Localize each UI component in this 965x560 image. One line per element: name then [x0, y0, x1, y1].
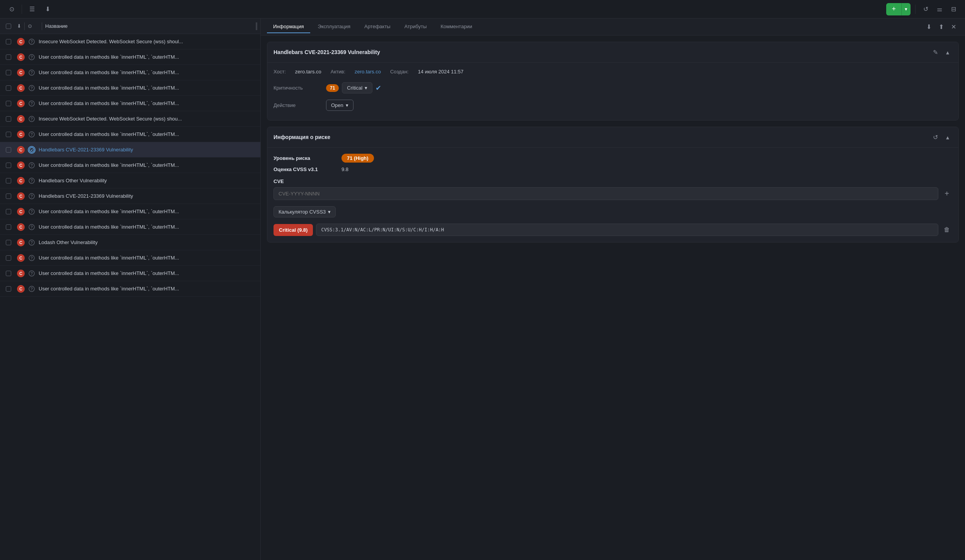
- row-checkbox-box[interactable]: [6, 224, 11, 230]
- filter-view-button[interactable]: ☰: [27, 4, 37, 15]
- edit-button[interactable]: ✎: [931, 48, 940, 57]
- svg-text:?: ?: [31, 241, 33, 245]
- sort-up-tab-btn[interactable]: ⬆: [936, 22, 946, 32]
- table-row[interactable]: C?User controlled data in methods like `…: [0, 250, 260, 266]
- tab-artifacts[interactable]: Артефакты: [358, 20, 397, 33]
- row-name-label: Insecure WebSocket Detected. WebSocket S…: [39, 116, 257, 122]
- row-name-label: User controlled data in methods like `in…: [39, 70, 257, 75]
- row-checkbox[interactable]: [3, 70, 14, 75]
- row-checkbox-box[interactable]: [6, 178, 11, 183]
- risk-level-badge: 71 (High): [341, 154, 374, 163]
- row-checkbox[interactable]: [3, 271, 14, 276]
- row-checkbox-box[interactable]: [6, 240, 11, 245]
- row-checkbox[interactable]: [3, 240, 14, 245]
- row-checkbox-box[interactable]: [6, 271, 11, 276]
- criticality-dropdown[interactable]: Critical ▾: [342, 82, 372, 93]
- row-checkbox[interactable]: [3, 39, 14, 44]
- row-type-icon: ?: [28, 162, 36, 168]
- row-checkbox-box[interactable]: [6, 286, 11, 292]
- action-dropdown[interactable]: Open ▾: [326, 100, 353, 111]
- row-checkbox[interactable]: [3, 193, 14, 199]
- table-row[interactable]: C?Insecure WebSocket Detected. WebSocket…: [0, 111, 260, 127]
- add-primary-button[interactable]: +: [886, 3, 901, 15]
- table-row[interactable]: C?User controlled data in methods like `…: [0, 266, 260, 281]
- refresh-button[interactable]: ⊙: [6, 4, 17, 15]
- select-all-checkbox[interactable]: [6, 24, 11, 29]
- table-row[interactable]: C?User controlled data in methods like `…: [0, 281, 260, 297]
- toolbar-refresh-button[interactable]: ↺: [920, 4, 931, 15]
- table-row[interactable]: C?User controlled data in methods like `…: [0, 65, 260, 80]
- row-type-icon: ?: [28, 70, 36, 76]
- row-checkbox[interactable]: [3, 178, 14, 183]
- row-name-label: Insecure WebSocket Detected. WebSocket S…: [39, 39, 257, 44]
- table-row[interactable]: C?User controlled data in methods like `…: [0, 219, 260, 235]
- row-checkbox-box[interactable]: [6, 54, 11, 60]
- risk-refresh-icon: ↺: [933, 134, 938, 141]
- row-checkbox-box[interactable]: [6, 255, 11, 261]
- row-checkbox-box[interactable]: [6, 101, 11, 106]
- table-row[interactable]: C?Insecure WebSocket Detected. WebSocket…: [0, 34, 260, 49]
- row-checkbox-box[interactable]: [6, 209, 11, 214]
- toolbar-divider-2: [915, 5, 916, 14]
- resize-handle[interactable]: [256, 22, 257, 30]
- row-checkbox-box[interactable]: [6, 147, 11, 153]
- table-row[interactable]: C?User controlled data in methods like `…: [0, 127, 260, 142]
- table-row[interactable]: C?Handlebars CVE-2021-23369 Vulnerabilit…: [0, 188, 260, 204]
- severity-badge: C: [17, 53, 25, 61]
- detail-content: Handlebars CVE-2021-23369 Vulnerability …: [261, 36, 965, 560]
- row-checkbox-box[interactable]: [6, 70, 11, 75]
- action-value-label: Open: [331, 102, 343, 108]
- row-checkbox-box[interactable]: [6, 85, 11, 91]
- row-type-icon: ?: [28, 54, 36, 60]
- row-checkbox-box[interactable]: [6, 193, 11, 199]
- row-checkbox[interactable]: [3, 132, 14, 137]
- table-row[interactable]: C?User controlled data in methods like `…: [0, 96, 260, 111]
- toolbar-columns-button[interactable]: ⊟: [948, 4, 959, 15]
- tab-exploit[interactable]: Эксплуатация: [312, 20, 357, 33]
- row-checkbox-box[interactable]: [6, 132, 11, 137]
- cvss-delete-button[interactable]: 🗑: [941, 224, 952, 235]
- table-row[interactable]: C?Handlebars Other Vulnerability: [0, 173, 260, 188]
- row-checkbox[interactable]: [3, 224, 14, 230]
- tab-attributes[interactable]: Атрибуты: [398, 20, 433, 33]
- row-checkbox[interactable]: [3, 116, 14, 122]
- row-checkbox[interactable]: [3, 209, 14, 214]
- table-row[interactable]: C?User controlled data in methods like `…: [0, 158, 260, 173]
- add-dropdown-button[interactable]: ▾: [901, 3, 911, 15]
- row-checkbox-box[interactable]: [6, 39, 11, 44]
- table-row[interactable]: C?User controlled data in methods like `…: [0, 80, 260, 96]
- risk-refresh-button[interactable]: ↺: [931, 132, 940, 142]
- asset-link[interactable]: zero.tars.co: [355, 69, 381, 75]
- collapse-card-button[interactable]: ▴: [943, 48, 952, 57]
- table-row[interactable]: C?Lodash Other Vulnerability: [0, 235, 260, 250]
- sort-icons[interactable]: ⬇: [17, 23, 21, 29]
- tab-comments[interactable]: Комментарии: [435, 20, 479, 33]
- severity-badge: C: [17, 146, 25, 154]
- table-row[interactable]: C?User controlled data in methods like `…: [0, 49, 260, 65]
- row-checkbox[interactable]: [3, 286, 14, 292]
- download-button[interactable]: ⬇: [42, 4, 53, 15]
- table-row[interactable]: CHandlebars CVE-2021-23369 Vulnerability: [0, 142, 260, 158]
- row-checkbox[interactable]: [3, 101, 14, 106]
- close-tab-btn[interactable]: ✕: [948, 22, 959, 32]
- cve-input[interactable]: [274, 187, 938, 200]
- cve-add-button[interactable]: +: [941, 188, 952, 199]
- row-checkbox-box[interactable]: [6, 163, 11, 168]
- row-checkbox[interactable]: [3, 85, 14, 91]
- row-checkbox[interactable]: [3, 147, 14, 153]
- table-row[interactable]: C?User controlled data in methods like `…: [0, 204, 260, 219]
- row-name-label: Handlebars Other Vulnerability: [39, 178, 257, 183]
- header-checkbox[interactable]: [3, 24, 14, 29]
- cvss-string-input[interactable]: [316, 224, 938, 236]
- verified-icon: ✔: [375, 84, 381, 92]
- row-checkbox[interactable]: [3, 255, 14, 261]
- toolbar-filter-button[interactable]: ⚌: [934, 4, 945, 15]
- row-checkbox-box[interactable]: [6, 116, 11, 122]
- tab-info[interactable]: Информация: [267, 20, 310, 33]
- cvss-calculator-dropdown[interactable]: Калькулятор CVSS3 ▾: [274, 206, 336, 217]
- sort-down-tab-btn[interactable]: ⬇: [923, 22, 934, 32]
- collapse-icon: ▴: [946, 49, 949, 56]
- risk-collapse-button[interactable]: ▴: [943, 132, 952, 142]
- row-checkbox[interactable]: [3, 54, 14, 60]
- row-checkbox[interactable]: [3, 163, 14, 168]
